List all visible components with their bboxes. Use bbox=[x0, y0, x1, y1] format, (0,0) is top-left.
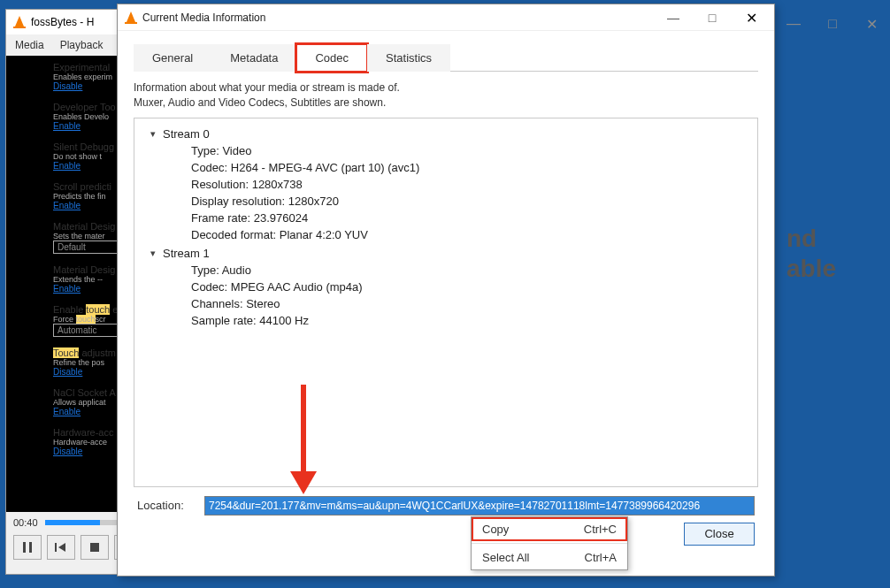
outer-minimize-button[interactable]: — bbox=[782, 16, 805, 33]
vlc-cone-icon bbox=[125, 11, 137, 24]
svg-rect-4 bbox=[90, 543, 99, 552]
close-button[interactable]: Close bbox=[684, 523, 755, 546]
stream-prop: Decoded format: Planar 4:2:0 YUV bbox=[191, 226, 748, 243]
vlc-cone-icon bbox=[13, 16, 26, 28]
context-menu: CopyCtrl+C Select AllCtrl+A bbox=[471, 516, 628, 570]
dialog-title: Current Media Information bbox=[142, 11, 265, 24]
chevron-down-icon: ▾ bbox=[150, 248, 156, 259]
dialog-minimize-button[interactable]: — bbox=[654, 4, 693, 31]
outer-window-controls: — □ ✕ bbox=[782, 16, 883, 33]
stream-prop: Type: Audio bbox=[191, 262, 748, 279]
ctx-copy[interactable]: CopyCtrl+C bbox=[472, 517, 627, 541]
svg-rect-1 bbox=[29, 542, 32, 553]
tab-general[interactable]: General bbox=[134, 44, 211, 72]
annotation-arrow bbox=[290, 385, 317, 508]
stop-button[interactable] bbox=[81, 535, 109, 560]
menu-media[interactable]: Media bbox=[15, 39, 44, 51]
stream-0-header[interactable]: ▾ Stream 0 bbox=[150, 127, 748, 141]
dialog-title-bar[interactable]: Current Media Information — □ ✕ bbox=[118, 4, 774, 31]
svg-rect-0 bbox=[23, 542, 26, 553]
vlc-window-title: fossBytes - H bbox=[31, 16, 94, 28]
ctx-separator bbox=[472, 543, 627, 544]
stream-prop: Codec: MPEG AAC Audio (mp4a) bbox=[191, 279, 748, 295]
ctx-select-all[interactable]: Select AllCtrl+A bbox=[472, 546, 627, 569]
chevron-down-icon: ▾ bbox=[150, 128, 156, 140]
tab-codec[interactable]: Codec bbox=[296, 44, 367, 72]
time-elapsed: 00:40 bbox=[13, 517, 38, 528]
stream-prop: Type: Video bbox=[191, 142, 748, 159]
stream-prop: Display resolution: 1280x720 bbox=[191, 193, 748, 210]
previous-button[interactable] bbox=[47, 535, 75, 560]
svg-rect-2 bbox=[55, 543, 57, 552]
stream-prop: Codec: H264 - MPEG-4 AVC (part 10) (avc1… bbox=[191, 159, 748, 176]
tab-statistics[interactable]: Statistics bbox=[367, 44, 450, 72]
location-label: Location: bbox=[137, 499, 196, 512]
stream-prop: Frame rate: 23.976024 bbox=[191, 210, 748, 226]
dialog-tabs: General Metadata Codec Statistics bbox=[134, 43, 758, 72]
tab-metadata[interactable]: Metadata bbox=[211, 44, 296, 72]
video-text-overlay: nd able bbox=[786, 224, 836, 283]
media-info-dialog: Current Media Information — □ ✕ General … bbox=[117, 4, 775, 577]
codec-info-text: Information about what your media or str… bbox=[134, 72, 758, 118]
outer-close-button[interactable]: ✕ bbox=[860, 16, 883, 33]
stream-prop: Resolution: 1280x738 bbox=[191, 176, 748, 193]
stream-prop: Channels: Stereo bbox=[191, 295, 748, 312]
location-input[interactable] bbox=[204, 496, 755, 515]
dialog-close-button[interactable]: ✕ bbox=[732, 4, 771, 31]
svg-marker-3 bbox=[58, 543, 65, 552]
outer-maximize-button[interactable]: □ bbox=[821, 16, 844, 33]
pause-button[interactable] bbox=[13, 535, 42, 560]
stream-1-header[interactable]: ▾ Stream 1 bbox=[150, 247, 748, 260]
codec-tree[interactable]: ▾ Stream 0 Type: Video Codec: H264 - MPE… bbox=[134, 118, 758, 487]
stop-icon bbox=[90, 543, 99, 552]
stream-prop: Sample rate: 44100 Hz bbox=[191, 312, 748, 329]
menu-playback[interactable]: Playback bbox=[60, 39, 104, 51]
pause-icon bbox=[23, 542, 32, 553]
prev-icon bbox=[55, 543, 67, 552]
dialog-maximize-button[interactable]: □ bbox=[693, 4, 732, 31]
